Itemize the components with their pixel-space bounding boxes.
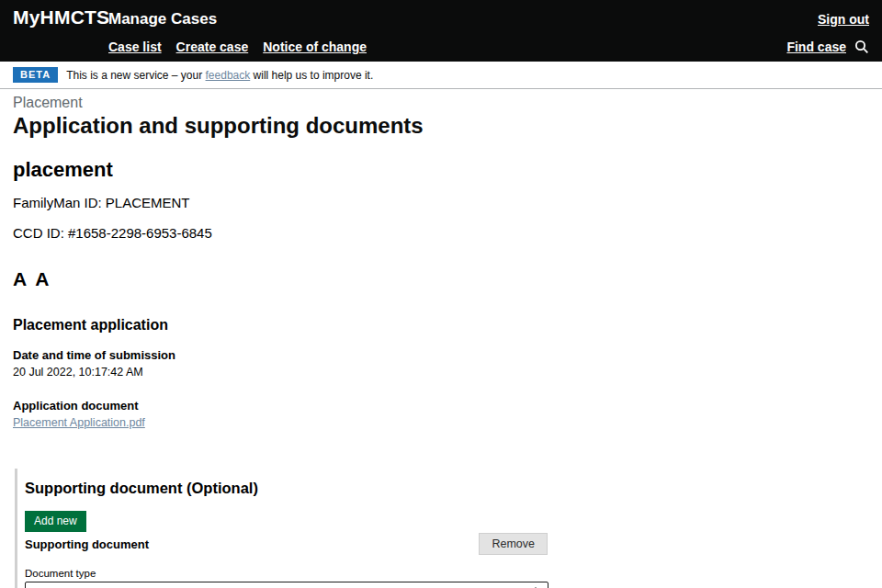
document-type-select[interactable]: Birth/Adoption Certificate bbox=[25, 582, 548, 588]
familyman-id: FamilyMan ID: PLACEMENT bbox=[13, 195, 869, 211]
sign-out-link[interactable]: Sign out bbox=[818, 12, 869, 27]
nav-notice-of-change[interactable]: Notice of change bbox=[263, 40, 367, 54]
find-case-link[interactable]: Find case bbox=[786, 40, 846, 54]
remove-button[interactable]: Remove bbox=[479, 533, 548, 555]
phase-text-after: will help us to improve it. bbox=[250, 69, 373, 82]
app-title: Manage Cases bbox=[108, 10, 217, 28]
font-size-large-button[interactable]: A bbox=[35, 268, 49, 290]
beta-badge: BETA bbox=[13, 67, 58, 83]
document-type-label: Document type bbox=[25, 568, 548, 580]
case-type-caption: Placement bbox=[13, 94, 869, 111]
placement-application-pdf-link[interactable]: Placement Application.pdf bbox=[13, 416, 145, 429]
font-size-controls: A A bbox=[13, 268, 869, 290]
phase-banner-text: This is a new service – your feedback wi… bbox=[66, 69, 373, 82]
supporting-document-item-label: Supporting document bbox=[25, 537, 149, 551]
supporting-document-heading: Supporting document (Optional) bbox=[25, 480, 548, 497]
submission-date-label: Date and time of submission bbox=[13, 348, 869, 362]
site-header: MyHMCTS Manage Cases Sign out Case list … bbox=[0, 0, 882, 62]
main-content: Placement Application and supporting doc… bbox=[0, 94, 882, 588]
page-title: Application and supporting documents bbox=[13, 113, 869, 139]
supporting-document-section: Supporting document (Optional) Add new S… bbox=[15, 469, 548, 588]
supporting-document-row: Supporting document Remove bbox=[25, 533, 548, 555]
submission-date-value: 20 Jul 2022, 10:17:42 AM bbox=[13, 366, 869, 379]
phase-banner: BETA This is a new service – your feedba… bbox=[0, 62, 882, 89]
myhmcts-logo: MyHMCTS bbox=[13, 6, 108, 28]
font-size-small-button[interactable]: A bbox=[13, 268, 27, 290]
case-name-heading: placement bbox=[13, 158, 869, 181]
application-document-label: Application document bbox=[13, 399, 869, 413]
nav-create-case[interactable]: Create case bbox=[176, 40, 249, 54]
nav-case-list[interactable]: Case list bbox=[108, 40, 162, 54]
ccd-id: CCD ID: #1658-2298-6953-6845 bbox=[13, 225, 869, 242]
phase-text-before: This is a new service – your bbox=[66, 69, 205, 82]
placement-application-heading: Placement application bbox=[13, 317, 869, 334]
feedback-link[interactable]: feedback bbox=[206, 69, 251, 82]
search-icon[interactable] bbox=[854, 40, 869, 54]
add-new-button[interactable]: Add new bbox=[25, 511, 86, 532]
main-nav: Case list Create case Notice of change bbox=[108, 40, 367, 54]
